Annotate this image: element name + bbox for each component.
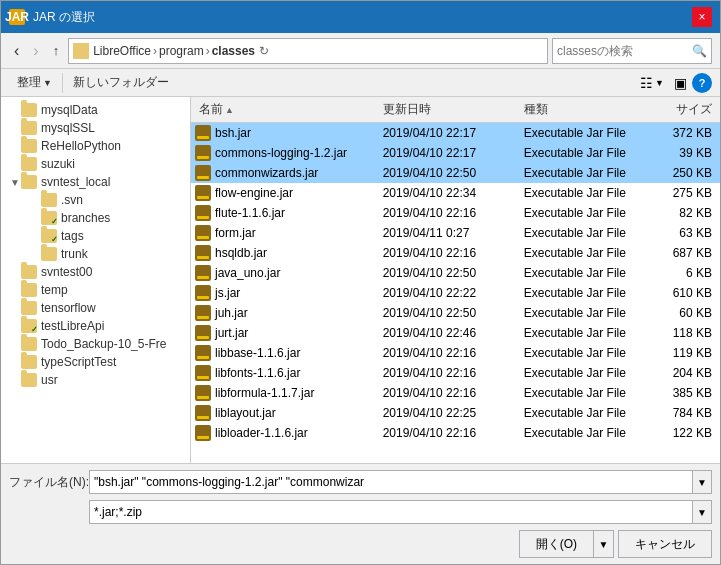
file-cell-size: 118 KB [648,324,720,342]
col-header-size[interactable]: サイズ [648,99,720,120]
file-cell-name: flute-1.1.6.jar [191,203,375,223]
table-row[interactable]: form.jar 2019/04/11 0:27 Executable Jar … [191,223,720,243]
open-button[interactable]: 開く(O) [519,530,594,558]
dialog-icon: JAR [9,9,25,25]
sidebar-item-todo-backup[interactable]: ▶ Todo_Backup-10_5-Fre [1,335,190,353]
sidebar-item-usr[interactable]: ▶ usr [1,371,190,389]
file-cell-date: 2019/04/10 22:50 [375,164,516,182]
jar-icon [195,125,211,141]
file-cell-type: Executable Jar File [516,364,649,382]
sidebar-item-testlibreapi[interactable]: ▶ testLibreApi [1,317,190,335]
sidebar-item-tags[interactable]: ▶ tags [1,227,190,245]
help-button[interactable]: ? [692,73,712,93]
file-cell-size: 60 KB [648,304,720,322]
table-row[interactable]: java_uno.jar 2019/04/10 22:50 Executable… [191,263,720,283]
table-row[interactable]: hsqldb.jar 2019/04/10 22:16 Executable J… [191,243,720,263]
filetype-dropdown-button[interactable]: ▼ [692,500,712,524]
search-input[interactable] [557,44,692,58]
file-cell-name: java_uno.jar [191,263,375,283]
table-row[interactable]: commons-logging-1.2.jar 2019/04/10 22:17… [191,143,720,163]
file-cell-date: 2019/04/10 22:46 [375,324,516,342]
file-cell-name: libloader-1.1.6.jar [191,423,375,443]
file-cell-date: 2019/04/10 22:16 [375,204,516,222]
view-list-button[interactable]: ☷▼ [635,72,669,94]
filename-row: ファイル名(N): ▼ [9,470,712,494]
file-cell-date: 2019/04/10 22:50 [375,264,516,282]
sidebar-item-svn[interactable]: ▶ .svn [1,191,190,209]
sidebar: ▶ mysqlData ▶ mysqlSSL ▶ ReHelloPython ▶… [1,97,191,463]
folder-icon [21,373,37,387]
folder-icon [21,265,37,279]
filename-label: ファイル名(N): [9,474,89,491]
col-header-name[interactable]: 名前 ▲ [191,99,375,120]
file-cell-size: 63 KB [648,224,720,242]
table-row[interactable]: libbase-1.1.6.jar 2019/04/10 22:16 Execu… [191,343,720,363]
file-cell-date: 2019/04/10 22:50 [375,304,516,322]
sidebar-item-svntest-local[interactable]: ▼ svntest_local [1,173,190,191]
table-row[interactable]: liblayout.jar 2019/04/10 22:25 Executabl… [191,403,720,423]
jar-icon [195,245,211,261]
address-parts: LibreOffice › program › classes [93,44,255,58]
forward-button[interactable]: › [28,38,43,64]
folder-icon [21,301,37,315]
table-row[interactable]: bsh.jar 2019/04/10 22:17 Executable Jar … [191,123,720,143]
jar-icon [195,145,211,161]
address-part-1[interactable]: LibreOffice [93,44,151,58]
search-bar: 🔍 [552,38,712,64]
sidebar-item-svntest00[interactable]: ▶ svntest00 [1,263,190,281]
sidebar-item-mysqlssl[interactable]: ▶ mysqlSSL [1,119,190,137]
table-row[interactable]: libfonts-1.1.6.jar 2019/04/10 22:16 Exec… [191,363,720,383]
sidebar-item-mysqldata[interactable]: ▶ mysqlData [1,101,190,119]
table-row[interactable]: jurt.jar 2019/04/10 22:46 Executable Jar… [191,323,720,343]
file-cell-type: Executable Jar File [516,164,649,182]
folder-svn-icon [41,229,57,243]
table-row[interactable]: libloader-1.1.6.jar 2019/04/10 22:16 Exe… [191,423,720,443]
sidebar-item-typescript[interactable]: ▶ typeScriptTest [1,353,190,371]
sidebar-item-rehellopy[interactable]: ▶ ReHelloPython [1,137,190,155]
folder-icon [41,247,57,261]
organize-button[interactable]: 整理 ▼ [9,72,60,93]
address-part-3[interactable]: classes [212,44,255,58]
search-icon: 🔍 [692,44,707,58]
jar-icon [195,185,211,201]
folder-icon [21,175,37,189]
table-row[interactable]: juh.jar 2019/04/10 22:50 Executable Jar … [191,303,720,323]
view-panel-button[interactable]: ▣ [669,72,692,94]
file-cell-size: 385 KB [648,384,720,402]
file-cell-date: 2019/04/10 22:25 [375,404,516,422]
sidebar-item-temp[interactable]: ▶ temp [1,281,190,299]
table-row[interactable]: commonwizards.jar 2019/04/10 22:50 Execu… [191,163,720,183]
sidebar-item-trunk[interactable]: ▶ trunk [1,245,190,263]
back-button[interactable]: ‹ [9,38,24,64]
title-bar: JAR JAR の選択 × [1,1,720,33]
table-row[interactable]: js.jar 2019/04/10 22:22 Executable Jar F… [191,283,720,303]
col-header-type[interactable]: 種類 [516,99,648,120]
file-cell-date: 2019/04/10 22:34 [375,184,516,202]
file-cell-size: 784 KB [648,404,720,422]
address-part-2[interactable]: program [159,44,204,58]
sidebar-item-tensorflow[interactable]: ▶ tensorflow [1,299,190,317]
new-folder-button[interactable]: 新しいフォルダー [65,72,177,93]
bottom-area: ファイル名(N): ▼ ▼ 開く(O) ▼ キャンセル [1,463,720,564]
file-cell-name: libbase-1.1.6.jar [191,343,375,363]
filename-input[interactable] [89,470,692,494]
table-row[interactable]: flow-engine.jar 2019/04/10 22:34 Executa… [191,183,720,203]
sidebar-item-suzuki[interactable]: ▶ suzuki [1,155,190,173]
close-button[interactable]: × [692,7,712,27]
cancel-button[interactable]: キャンセル [618,530,712,558]
open-split-button[interactable]: ▼ [594,530,614,558]
second-toolbar: 整理 ▼ 新しいフォルダー ☷▼ ▣ ? [1,69,720,97]
open-button-group: 開く(O) ▼ [519,530,614,558]
file-cell-date: 2019/04/10 22:16 [375,364,516,382]
filetype-input[interactable] [89,500,692,524]
file-cell-size: 372 KB [648,124,720,142]
filetype-combo: ▼ [89,500,712,524]
col-header-date[interactable]: 更新日時 [375,99,516,120]
up-button[interactable]: ↑ [48,38,65,64]
table-row[interactable]: flute-1.1.6.jar 2019/04/10 22:16 Executa… [191,203,720,223]
address-refresh-button[interactable]: ↻ [255,44,273,58]
sidebar-item-branches[interactable]: ▶ branches [1,209,190,227]
table-row[interactable]: libformula-1.1.7.jar 2019/04/10 22:16 Ex… [191,383,720,403]
filename-dropdown-button[interactable]: ▼ [692,470,712,494]
file-cell-date: 2019/04/10 22:16 [375,424,516,442]
